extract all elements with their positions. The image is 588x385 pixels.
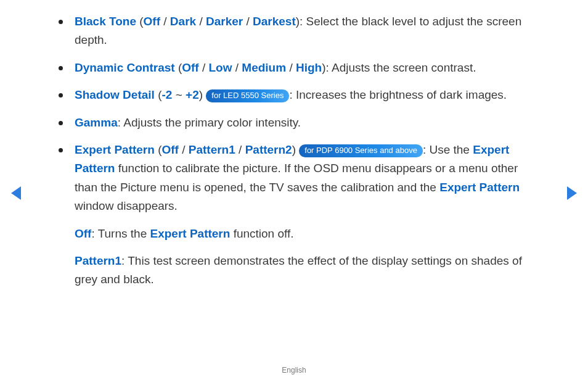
desc-part3: window disappears. <box>75 199 178 212</box>
footer-language: English <box>0 365 588 376</box>
option-sep: / <box>199 61 209 74</box>
series-badge: for LED 5550 Series <box>206 89 289 102</box>
setting-name: Expert Pattern <box>75 143 155 156</box>
option-sep: / <box>179 143 189 156</box>
next-page-arrow-icon[interactable] <box>567 186 577 200</box>
sub-label: Off <box>75 227 91 240</box>
option-sep: / <box>196 15 206 28</box>
option-pattern1: Pattern1 <box>189 143 235 156</box>
item-black-tone: Black Tone (Off / Dark / Darker / Darkes… <box>52 12 539 50</box>
sub-p2: function off. <box>230 227 293 240</box>
item-gamma: Gamma: Adjusts the primary color intensi… <box>52 114 539 132</box>
range-close-paren: ) <box>199 88 206 101</box>
option-darkest: Darkest <box>253 15 296 28</box>
series-badge: for PDP 6900 Series and above <box>299 144 423 157</box>
option-pattern2: Pattern2 <box>245 143 292 156</box>
option-high: High <box>296 61 322 74</box>
option-sep: / <box>286 61 296 74</box>
setting-name: Shadow Detail <box>75 88 155 101</box>
option-dark: Dark <box>170 15 196 28</box>
item-expert-pattern: Expert Pattern (Off / Pattern1 / Pattern… <box>52 141 539 216</box>
option-darker: Darker <box>206 15 243 28</box>
sub-kw: Expert Pattern <box>150 227 230 240</box>
option-low: Low <box>209 61 232 74</box>
sub-p1: : This test screen demonstrates the effe… <box>75 254 522 286</box>
range-lo: -2 <box>161 88 172 101</box>
range-hi: +2 <box>186 88 199 101</box>
option-sep: / <box>160 15 170 28</box>
desc-kw2: Expert Pattern <box>439 181 520 194</box>
setting-desc: : Increases the brightness of dark image… <box>289 88 507 101</box>
setting-desc: : Adjusts the primary color intensity. <box>118 116 301 129</box>
option-sep: / <box>235 143 245 156</box>
item-dynamic-contrast: Dynamic Contrast (Off / Low / Medium / H… <box>52 59 539 77</box>
prev-page-arrow-icon[interactable] <box>11 186 21 200</box>
desc-part1: : Use the <box>423 143 473 156</box>
option-sep: / <box>243 15 253 28</box>
sub-off: Off: Turns the Expert Pattern function o… <box>52 225 539 243</box>
setting-name: Dynamic Contrast <box>75 61 175 74</box>
options-close-paren: ) <box>292 143 300 156</box>
setting-name: Black Tone <box>75 15 136 28</box>
manual-page-content: Black Tone (Off / Dark / Darker / Darkes… <box>52 12 539 298</box>
settings-list: Black Tone (Off / Dark / Darker / Darkes… <box>52 12 539 216</box>
setting-desc: : Adjusts the screen contrast. <box>326 61 476 74</box>
option-sep: / <box>232 61 242 74</box>
option-off: Off <box>161 143 178 156</box>
sub-label: Pattern1 <box>75 254 121 267</box>
sub-p1: : Turns the <box>91 227 150 240</box>
option-off: Off <box>144 15 160 28</box>
item-shadow-detail: Shadow Detail (-2 ~ +2) for LED 5550 Ser… <box>52 86 539 104</box>
range-sep: ~ <box>172 88 186 101</box>
option-off: Off <box>182 61 198 74</box>
setting-name: Gamma <box>75 116 118 129</box>
sub-pattern1: Pattern1: This test screen demonstrates … <box>52 252 539 289</box>
option-medium: Medium <box>242 61 286 74</box>
